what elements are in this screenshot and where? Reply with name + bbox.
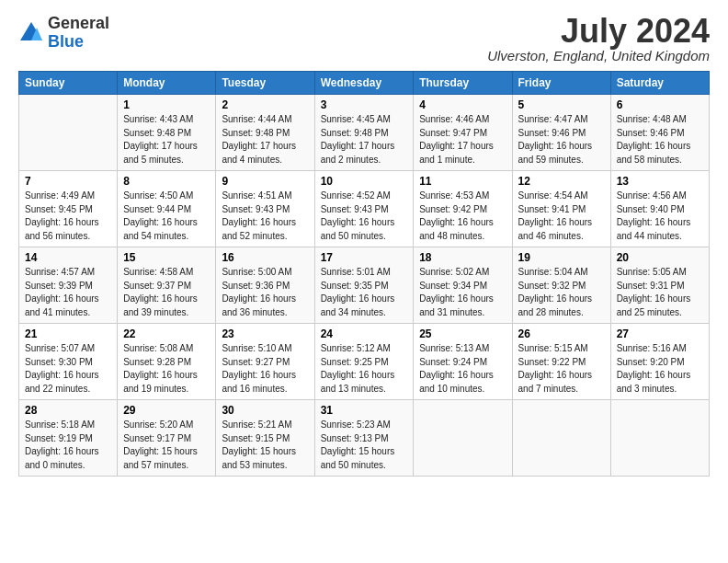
day-number: 20 xyxy=(617,251,703,264)
day-info: Sunrise: 5:12 AMSunset: 9:25 PMDaylight:… xyxy=(321,342,408,396)
day-cell: 19Sunrise: 5:04 AMSunset: 9:32 PMDayligh… xyxy=(512,247,610,324)
logo-blue: Blue xyxy=(48,33,109,52)
week-row-1: 1Sunrise: 4:43 AMSunset: 9:48 PMDaylight… xyxy=(19,95,710,171)
col-header-wednesday: Wednesday xyxy=(314,72,414,95)
day-cell: 21Sunrise: 5:07 AMSunset: 9:30 PMDayligh… xyxy=(19,324,118,400)
day-number: 22 xyxy=(123,327,210,340)
day-cell: 16Sunrise: 5:00 AMSunset: 9:36 PMDayligh… xyxy=(216,247,314,324)
day-info: Sunrise: 4:54 AMSunset: 9:41 PMDaylight:… xyxy=(518,190,605,243)
day-cell: 27Sunrise: 5:16 AMSunset: 9:20 PMDayligh… xyxy=(610,324,709,400)
day-number: 8 xyxy=(123,175,210,188)
day-cell: 11Sunrise: 4:53 AMSunset: 9:42 PMDayligh… xyxy=(414,171,512,247)
day-cell: 13Sunrise: 4:56 AMSunset: 9:40 PMDayligh… xyxy=(610,171,709,247)
day-cell: 4Sunrise: 4:46 AMSunset: 9:47 PMDaylight… xyxy=(414,95,512,171)
day-number: 4 xyxy=(419,98,506,111)
day-number: 7 xyxy=(25,175,111,188)
day-info: Sunrise: 5:07 AMSunset: 9:30 PMDaylight:… xyxy=(25,342,111,396)
day-cell: 7Sunrise: 4:49 AMSunset: 9:45 PMDaylight… xyxy=(19,171,118,247)
day-cell: 14Sunrise: 4:57 AMSunset: 9:39 PMDayligh… xyxy=(19,247,118,324)
week-row-4: 21Sunrise: 5:07 AMSunset: 9:30 PMDayligh… xyxy=(19,324,710,400)
day-number: 3 xyxy=(321,98,408,111)
day-cell: 28Sunrise: 5:18 AMSunset: 9:19 PMDayligh… xyxy=(19,400,118,477)
day-info: Sunrise: 5:00 AMSunset: 9:36 PMDaylight:… xyxy=(222,266,308,319)
week-row-3: 14Sunrise: 4:57 AMSunset: 9:39 PMDayligh… xyxy=(19,247,710,324)
day-cell: 9Sunrise: 4:51 AMSunset: 9:43 PMDaylight… xyxy=(216,171,314,247)
day-number: 30 xyxy=(222,404,308,417)
col-header-friday: Friday xyxy=(512,72,610,95)
col-header-monday: Monday xyxy=(118,72,216,95)
day-info: Sunrise: 4:53 AMSunset: 9:42 PMDaylight:… xyxy=(419,190,506,243)
page-header: General Blue July 2024 Ulverston, Englan… xyxy=(18,15,710,63)
title-block: July 2024 Ulverston, England, United Kin… xyxy=(487,15,710,63)
day-cell: 20Sunrise: 5:05 AMSunset: 9:31 PMDayligh… xyxy=(610,247,709,324)
day-info: Sunrise: 5:15 AMSunset: 9:22 PMDaylight:… xyxy=(518,342,605,396)
day-number: 16 xyxy=(222,251,308,264)
day-cell: 29Sunrise: 5:20 AMSunset: 9:17 PMDayligh… xyxy=(118,400,216,477)
day-number: 24 xyxy=(321,327,408,340)
day-info: Sunrise: 5:21 AMSunset: 9:15 PMDaylight:… xyxy=(222,419,308,472)
day-cell: 10Sunrise: 4:52 AMSunset: 9:43 PMDayligh… xyxy=(314,171,414,247)
header-row: SundayMondayTuesdayWednesdayThursdayFrid… xyxy=(19,72,710,95)
logo: General Blue xyxy=(18,15,109,52)
day-cell xyxy=(610,400,709,477)
day-info: Sunrise: 4:52 AMSunset: 9:43 PMDaylight:… xyxy=(321,190,408,243)
day-cell: 8Sunrise: 4:50 AMSunset: 9:44 PMDaylight… xyxy=(118,171,216,247)
day-cell: 1Sunrise: 4:43 AMSunset: 9:48 PMDaylight… xyxy=(118,95,216,171)
day-number: 21 xyxy=(25,327,111,340)
day-number: 25 xyxy=(419,327,506,340)
day-cell: 24Sunrise: 5:12 AMSunset: 9:25 PMDayligh… xyxy=(314,324,414,400)
day-info: Sunrise: 5:01 AMSunset: 9:35 PMDaylight:… xyxy=(321,266,408,319)
logo-general: General xyxy=(48,15,109,33)
day-info: Sunrise: 4:51 AMSunset: 9:43 PMDaylight:… xyxy=(222,190,308,243)
day-number: 23 xyxy=(222,327,308,340)
day-number: 17 xyxy=(321,251,408,264)
day-info: Sunrise: 4:45 AMSunset: 9:48 PMDaylight:… xyxy=(321,113,408,167)
day-number: 2 xyxy=(222,98,308,111)
location: Ulverston, England, United Kingdom xyxy=(487,48,710,63)
day-info: Sunrise: 4:58 AMSunset: 9:37 PMDaylight:… xyxy=(123,266,210,319)
day-cell: 22Sunrise: 5:08 AMSunset: 9:28 PMDayligh… xyxy=(118,324,216,400)
day-cell: 17Sunrise: 5:01 AMSunset: 9:35 PMDayligh… xyxy=(314,247,414,324)
day-info: Sunrise: 4:57 AMSunset: 9:39 PMDaylight:… xyxy=(25,266,111,319)
day-cell: 12Sunrise: 4:54 AMSunset: 9:41 PMDayligh… xyxy=(512,171,610,247)
day-info: Sunrise: 5:16 AMSunset: 9:20 PMDaylight:… xyxy=(617,342,703,396)
day-cell xyxy=(414,400,512,477)
week-row-5: 28Sunrise: 5:18 AMSunset: 9:19 PMDayligh… xyxy=(19,400,710,477)
day-cell: 15Sunrise: 4:58 AMSunset: 9:37 PMDayligh… xyxy=(118,247,216,324)
day-info: Sunrise: 4:49 AMSunset: 9:45 PMDaylight:… xyxy=(25,190,111,243)
col-header-saturday: Saturday xyxy=(610,72,709,95)
month-title: July 2024 xyxy=(487,15,710,48)
day-number: 6 xyxy=(617,98,703,111)
col-header-sunday: Sunday xyxy=(19,72,118,95)
day-info: Sunrise: 5:18 AMSunset: 9:19 PMDaylight:… xyxy=(25,419,111,472)
day-number: 12 xyxy=(518,175,605,188)
day-info: Sunrise: 4:47 AMSunset: 9:46 PMDaylight:… xyxy=(518,113,605,167)
day-cell: 3Sunrise: 4:45 AMSunset: 9:48 PMDaylight… xyxy=(314,95,414,171)
day-number: 28 xyxy=(25,404,111,417)
day-number: 31 xyxy=(321,404,408,417)
week-row-2: 7Sunrise: 4:49 AMSunset: 9:45 PMDaylight… xyxy=(19,171,710,247)
day-cell: 6Sunrise: 4:48 AMSunset: 9:46 PMDaylight… xyxy=(610,95,709,171)
day-number: 29 xyxy=(123,404,210,417)
logo-icon xyxy=(18,20,44,46)
day-number: 19 xyxy=(518,251,605,264)
day-info: Sunrise: 5:02 AMSunset: 9:34 PMDaylight:… xyxy=(419,266,506,319)
day-info: Sunrise: 5:04 AMSunset: 9:32 PMDaylight:… xyxy=(518,266,605,319)
day-info: Sunrise: 4:43 AMSunset: 9:48 PMDaylight:… xyxy=(123,113,210,167)
day-cell: 25Sunrise: 5:13 AMSunset: 9:24 PMDayligh… xyxy=(414,324,512,400)
calendar-table: SundayMondayTuesdayWednesdayThursdayFrid… xyxy=(18,71,710,477)
day-number: 5 xyxy=(518,98,605,111)
day-cell xyxy=(512,400,610,477)
day-number: 11 xyxy=(419,175,506,188)
day-number: 13 xyxy=(617,175,703,188)
day-cell: 18Sunrise: 5:02 AMSunset: 9:34 PMDayligh… xyxy=(414,247,512,324)
day-info: Sunrise: 5:23 AMSunset: 9:13 PMDaylight:… xyxy=(321,419,408,472)
day-info: Sunrise: 5:10 AMSunset: 9:27 PMDaylight:… xyxy=(222,342,308,396)
day-info: Sunrise: 4:56 AMSunset: 9:40 PMDaylight:… xyxy=(617,190,703,243)
logo-text: General Blue xyxy=(48,15,109,52)
day-number: 18 xyxy=(419,251,506,264)
col-header-tuesday: Tuesday xyxy=(216,72,314,95)
day-number: 15 xyxy=(123,251,210,264)
day-cell: 31Sunrise: 5:23 AMSunset: 9:13 PMDayligh… xyxy=(314,400,414,477)
day-info: Sunrise: 4:50 AMSunset: 9:44 PMDaylight:… xyxy=(123,190,210,243)
